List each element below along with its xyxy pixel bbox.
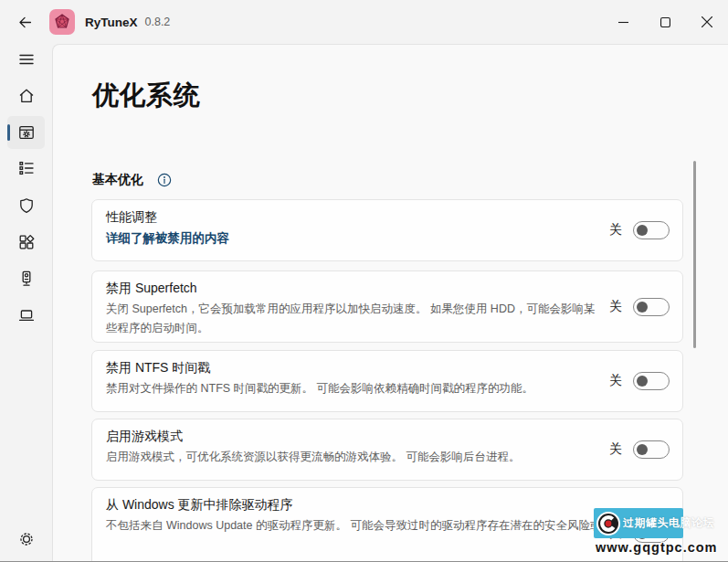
close-icon <box>702 16 712 27</box>
toggle-state-label: 关 <box>609 373 622 389</box>
sidebar <box>0 44 52 562</box>
home-icon <box>17 87 36 105</box>
setting-card-ntfs-timestamp: 禁用 NTFS 时间戳 禁用对文件操作的 NTFS 时间戳的更新。 可能会影响依… <box>91 350 683 412</box>
card-description: 关闭 Superfetch，它会预加载常用的应用程序以加快启动速度。 如果您使用… <box>106 300 597 338</box>
sidebar-item-system-device[interactable] <box>7 262 45 295</box>
toggle-group: 关 <box>609 298 670 316</box>
sidebar-item-apps[interactable] <box>7 226 45 259</box>
watermark-badge: 过期罐头电脑论坛 <box>594 508 683 538</box>
info-icon[interactable] <box>156 172 173 188</box>
toggle-state-label: 关 <box>609 441 622 458</box>
app-title: RyTuneX <box>85 16 138 29</box>
forum-url: www.gqgtpc.com <box>596 540 718 555</box>
performance-toggle[interactable] <box>633 221 670 239</box>
toggle-group: 关 <box>609 440 670 459</box>
app-version: 0.8.2 <box>145 16 171 28</box>
toggle-knob <box>637 444 648 455</box>
watermark: 过期罐头电脑论坛 www.gqgtpc.com <box>594 508 718 555</box>
page-title: 优化系统 <box>92 78 200 114</box>
section-label: 基本优化 <box>92 172 143 188</box>
app-logo-icon <box>49 9 75 35</box>
list-icon <box>17 159 36 177</box>
maximize-button[interactable] <box>644 0 686 44</box>
card-title: 禁用 Superfetch <box>106 281 197 297</box>
toggle-state-label: 关 <box>609 222 622 239</box>
vertical-scrollbar[interactable] <box>693 161 696 348</box>
titlebar: RyTuneX 0.8.2 <box>0 0 728 44</box>
laptop-icon <box>17 306 36 324</box>
toggle-state-label: 关 <box>609 299 622 315</box>
close-button[interactable] <box>686 0 728 44</box>
setting-card-game-mode: 启用游戏模式 启用游戏模式，可优化系统资源以获得更流畅的游戏体验。 可能会影响后… <box>91 419 683 481</box>
card-description: 不包括来自 Windows Update 的驱动程序更新。 可能会导致过时的驱动… <box>106 516 654 535</box>
sidebar-item-device-info[interactable] <box>7 299 45 332</box>
toggle-group: 关 <box>609 372 670 390</box>
sidebar-item-optimize-system[interactable] <box>7 116 45 149</box>
back-arrow-icon <box>17 15 33 30</box>
selected-indicator <box>7 124 10 141</box>
toggle-knob <box>637 302 648 313</box>
toggle-knob <box>637 225 648 236</box>
card-title: 禁用 NTFS 时间戳 <box>106 360 210 376</box>
learn-more-link[interactable]: 详细了解被禁用的内容 <box>106 230 229 247</box>
setting-card-performance: 性能调整 详细了解被禁用的内容 关 <box>91 199 683 261</box>
nav-menu-button[interactable] <box>7 43 45 76</box>
sidebar-item-privacy[interactable] <box>7 189 45 222</box>
hamburger-icon <box>17 50 36 69</box>
game-mode-toggle[interactable] <box>633 440 670 459</box>
toggle-knob <box>637 376 648 387</box>
section-header: 基本优化 <box>92 172 173 188</box>
card-description: 启用游戏模式，可优化系统资源以获得更流畅的游戏体验。 可能会影响后台进程。 <box>106 448 597 467</box>
main-content: 优化系统 基本优化 性能调整 详细了解被禁用的内容 关 禁用 Superfetc… <box>52 44 728 562</box>
sidebar-item-settings[interactable] <box>7 523 45 556</box>
window-gear-icon <box>17 123 36 142</box>
card-title: 从 Windows 更新中排除驱动程序 <box>106 497 293 514</box>
forum-logo-icon <box>595 510 622 537</box>
ntfs-toggle[interactable] <box>633 372 670 390</box>
minimize-icon <box>618 17 628 27</box>
setting-card-superfetch: 禁用 Superfetch 关闭 Superfetch，它会预加载常用的应用程序… <box>91 270 683 343</box>
apps-grid-icon <box>17 233 36 251</box>
sidebar-item-features-list[interactable] <box>7 152 45 185</box>
card-title: 启用游戏模式 <box>106 429 183 445</box>
system-device-icon <box>17 270 36 288</box>
forum-name: 过期罐头电脑论坛 <box>623 515 714 531</box>
card-title: 性能调整 <box>106 209 157 226</box>
shield-icon <box>17 196 36 215</box>
toggle-group: 关 <box>609 221 670 239</box>
window-controls <box>602 0 728 44</box>
back-button[interactable] <box>8 6 41 37</box>
minimize-button[interactable] <box>602 0 644 44</box>
sidebar-item-home[interactable] <box>7 80 45 112</box>
gear-icon <box>17 530 36 548</box>
maximize-icon <box>660 17 670 27</box>
card-description: 禁用对文件操作的 NTFS 时间戳的更新。 可能会影响依赖精确时间戳的程序的功能… <box>106 379 597 398</box>
superfetch-toggle[interactable] <box>633 298 670 316</box>
